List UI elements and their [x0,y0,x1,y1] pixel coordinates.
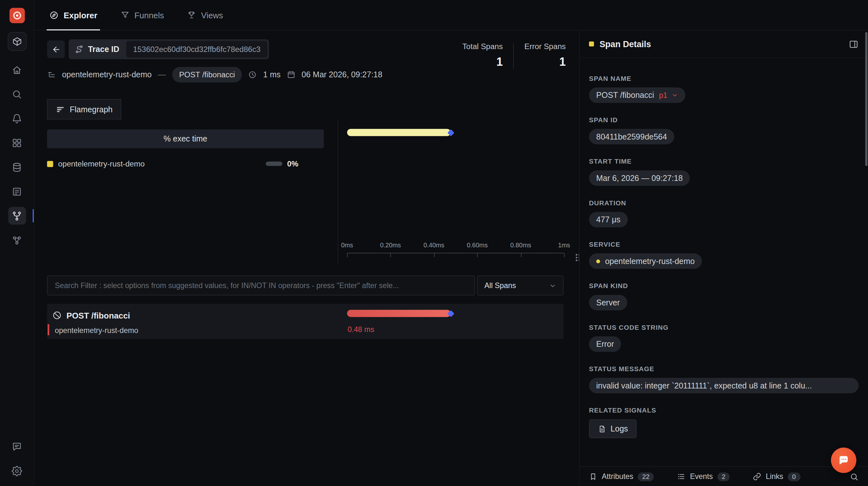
tab-explorer[interactable]: Explorer [37,0,109,30]
span-marker-diamond-icon [447,310,455,317]
message-square-icon [11,441,22,452]
sidebar-item-settings[interactable] [8,462,26,480]
flamegraph-panel: % exec time opentelemetry-rust-demo 0% 0… [47,119,579,265]
funnel-icon [121,10,130,20]
filter-row: All Spans [47,276,564,295]
start-time-chip: Mar 6, 2026 — 09:27:18 [589,170,690,186]
tab-flamegraph[interactable]: Flamegraph [47,99,122,120]
sidebar-item-service-map[interactable] [8,231,26,249]
span-duration: 0.48 ms [348,325,374,334]
span-name-chip[interactable]: POST /fibonacci p1 [589,87,685,103]
flamegraph-icon [56,105,65,114]
tab-funnels-label: Funnels [134,10,164,20]
gear-icon [11,465,22,476]
status-message-label: STATUS MESSAGE [589,365,859,373]
axis-tick-label: 0.20ms [380,242,401,249]
trace-id-value: 153602ec60df30cd32ffb6fc78ed86c3 [126,41,267,58]
trace-datetime: 06 Mar 2026, 09:27:18 [302,70,383,79]
flamegraph-divider [338,119,338,265]
chat-launcher-button[interactable] [831,448,856,473]
total-spans-label: Total Spans [462,42,503,51]
compass-icon [49,10,58,20]
service-value: opentelemetry-rust-demo [605,257,695,266]
root-operation-chip[interactable]: POST /fibonacci [172,67,242,83]
axis-tick-label: 0.40ms [424,242,444,249]
grid-icon [11,138,22,148]
sidebar-item-feedback[interactable] [8,438,26,455]
status-code-value: Error [596,340,614,349]
calendar-icon [287,70,296,79]
total-spans-value: 1 [496,55,503,68]
chevron-down-icon [549,282,556,289]
legend-color-swatch [47,161,53,167]
start-time-label: START TIME [589,158,859,165]
related-signals-label: RELATED SIGNALS [589,407,859,415]
cube-icon [12,37,22,46]
meta-separator: — [158,70,166,79]
traces-icon [11,210,22,221]
span-details-footer: Attributes 22 Events 2 Links 0 [580,466,868,486]
span-circle-icon [52,310,62,320]
legend-service-name: opentelemetry-rust-demo [58,159,145,168]
sidebar-item-traces[interactable] [8,207,26,225]
search-filter-input[interactable] [47,276,475,295]
span-details-body: SPAN NAME POST /fibonacci p1 SPAN ID 804… [580,58,868,466]
scrollbar-thumb[interactable] [865,32,867,166]
axis-tick-label: 1ms [558,242,570,249]
sidebar-item-services[interactable] [8,158,26,176]
trace-detail-pane: Trace ID 153602ec60df30cd32ffb6fc78ed86c… [34,30,579,486]
bookmark-icon [589,473,597,481]
app-sidebar [0,0,34,486]
exec-time-column-header: % exec time [47,130,324,149]
axis-tick-label: 0.60ms [467,242,488,249]
links-count-badge: 0 [788,472,800,481]
span-kind-chip: Server [589,295,627,310]
footer-tab-events[interactable]: Events 2 [677,472,730,481]
span-kind-value: Server [596,298,620,307]
tab-views[interactable]: Views [176,0,235,30]
flamegraph-legend-row[interactable]: opentelemetry-rust-demo 0% [47,159,324,168]
sidebar-item-dashboards[interactable] [8,134,26,152]
back-button[interactable] [47,40,65,58]
trace-meta-row: opentelemetry-rust-demo — POST /fibonacc… [47,67,383,83]
sidebar-item-alerts[interactable] [8,109,26,127]
error-indicator [48,324,49,335]
list-tree-icon [47,70,56,79]
span-name-value: POST /fibonacci [596,91,654,100]
collapse-panel-icon[interactable] [849,39,859,49]
events-label: Events [690,473,713,481]
logs-icon [11,186,22,197]
sidebar-item-logs[interactable] [8,183,26,200]
top-navigation: Explorer Funnels Views [34,0,868,30]
chevron-down-icon [671,92,678,98]
footer-tab-attributes[interactable]: Attributes 22 [589,472,654,481]
span-name-label: SPAN NAME [589,75,859,83]
span-marker-diamond-icon [447,129,455,136]
duration-chip: 477 μs [589,212,627,227]
flamegraph-span-bar[interactable] [347,129,451,136]
tab-funnels[interactable]: Funnels [109,0,176,30]
span-scope-select[interactable]: All Spans [477,276,564,295]
tab-views-label: Views [201,10,223,20]
get-started-button[interactable] [7,32,26,51]
service-chip: opentelemetry-rust-demo [589,253,702,269]
sidebar-item-home[interactable] [8,61,26,78]
footer-search-icon[interactable] [850,472,859,481]
attributes-count-badge: 22 [638,472,654,481]
timer-icon [248,70,257,79]
signoz-logo-icon[interactable] [9,8,24,23]
link-icon [753,473,762,481]
span-list-row[interactable]: POST /fibonacci opentelemetry-rust-demo … [47,304,564,339]
bell-icon [11,113,22,124]
related-logs-button[interactable]: Logs [589,419,637,438]
sidebar-item-search[interactable] [8,85,26,103]
trophy-icon [187,10,196,20]
footer-tab-links[interactable]: Links 0 [753,472,800,481]
span-id-value: 80411be2599de564 [596,132,667,141]
span-details-header: Span Details [580,30,868,58]
trace-id-chip[interactable]: Trace ID 153602ec60df30cd32ffb6fc78ed86c… [69,39,269,59]
logs-button-label: Logs [611,424,628,433]
file-text-icon [598,425,606,433]
span-duration-bar[interactable] [347,310,451,317]
database-icon [11,162,22,172]
